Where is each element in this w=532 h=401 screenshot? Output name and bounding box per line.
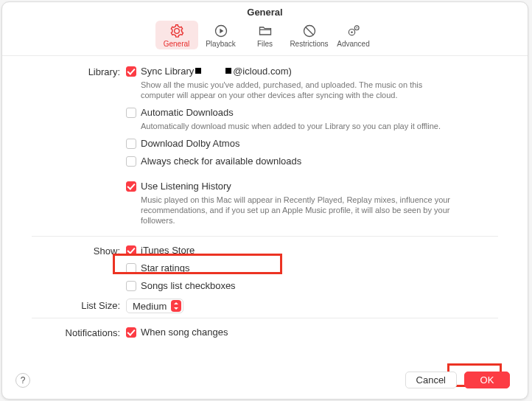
list-size-select[interactable]: Medium: [126, 299, 183, 313]
redacted-block: [225, 68, 231, 74]
folder-icon: [258, 24, 273, 38]
tab-label: General: [164, 40, 190, 48]
tab-label: Advanced: [337, 40, 369, 48]
checkbox-always-check-downloads[interactable]: [126, 156, 136, 167]
checkbox-label: Always check for available downloads: [141, 155, 301, 168]
ok-button[interactable]: OK: [464, 372, 510, 388]
help-button[interactable]: ?: [15, 373, 30, 388]
gears-icon: [346, 24, 361, 38]
checkbox-label: Songs list checkboxes: [141, 279, 236, 293]
tab-label: Restrictions: [290, 40, 328, 48]
section-label-list-size: List Size:: [32, 299, 126, 311]
tab-label: Files: [257, 40, 273, 48]
section-label-notifications: Notifications:: [32, 326, 126, 338]
svg-line-2: [306, 27, 313, 35]
redacted-block: [195, 68, 201, 74]
option-description: Automatically download music when added …: [141, 121, 458, 131]
checkbox-star-ratings[interactable]: [126, 263, 136, 273]
checkbox-when-song-changes[interactable]: [126, 327, 136, 338]
select-value: Medium: [133, 301, 167, 312]
checkbox-dolby-atmos[interactable]: [126, 139, 136, 149]
preferences-window: General General Playback Files Restricti…: [1, 1, 528, 400]
tab-restrictions[interactable]: Restrictions: [288, 21, 331, 49]
checkbox-label: Sync Library @icloud.com): [141, 65, 292, 78]
tab-label: Playback: [206, 40, 236, 48]
content-area: Library: Sync Library @icloud.com) Show …: [2, 56, 528, 341]
section-label-show: Show:: [32, 244, 126, 257]
play-icon: [214, 24, 228, 38]
checkbox-itunes-store[interactable]: [126, 245, 136, 256]
checkbox-label: Use Listening History: [141, 180, 231, 193]
tab-advanced[interactable]: Advanced: [332, 21, 375, 49]
svg-point-6: [356, 27, 357, 29]
checkbox-songs-list-checkboxes[interactable]: [126, 281, 136, 291]
option-description: Show all the music you've added, purchas…: [141, 80, 458, 100]
window-title: General: [2, 2, 528, 19]
checkbox-label: Star ratings: [141, 262, 189, 275]
option-description: Music played on this Mac will appear in …: [141, 195, 458, 226]
tab-playback[interactable]: Playback: [200, 21, 242, 49]
checkbox-sync-library[interactable]: [126, 66, 136, 77]
footer: ? Cancel OK: [2, 364, 528, 399]
checkbox-label: When song changes: [141, 326, 228, 339]
tab-files[interactable]: Files: [244, 21, 287, 49]
no-entry-icon: [302, 24, 317, 38]
toolbar: General Playback Files Restrictions Adva…: [2, 19, 528, 56]
cancel-button[interactable]: Cancel: [405, 372, 457, 388]
checkbox-label: Automatic Downloads: [141, 106, 234, 119]
chevron-updown-icon: [171, 300, 181, 312]
checkbox-label: iTunes Store: [141, 244, 195, 257]
svg-point-4: [351, 31, 353, 33]
checkbox-listening-history[interactable]: [126, 181, 136, 192]
checkbox-label: Download Dolby Atmos: [141, 137, 239, 150]
section-label-library: Library:: [32, 65, 126, 77]
tab-general[interactable]: General: [155, 21, 198, 49]
checkbox-automatic-downloads[interactable]: [126, 108, 136, 118]
gear-icon: [169, 24, 184, 38]
